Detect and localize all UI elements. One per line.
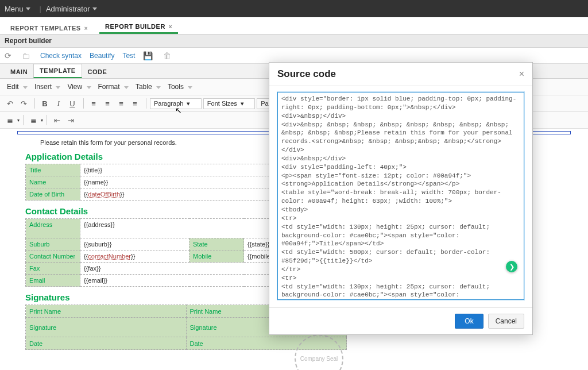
insert-menu[interactable]: Insert	[31, 81, 64, 92]
dialog-title: Source code	[277, 68, 336, 80]
tab-report-templates[interactable]: REPORT TEMPLATES×	[5, 21, 94, 34]
italic-icon[interactable]: I	[52, 98, 65, 109]
tab-code[interactable]: CODE	[82, 65, 113, 78]
indent-icon[interactable]: ⇥	[64, 114, 77, 126]
beautify-button[interactable]: Beautify	[90, 52, 114, 60]
label-contact-number: Contact Number	[26, 250, 80, 263]
tab-template[interactable]: TEMPLATE	[33, 64, 82, 78]
save-icon[interactable]: 💾	[143, 51, 153, 60]
table-menu[interactable]: Table	[132, 81, 164, 92]
source-code-dialog: Source code × Ok Cancel ❯	[269, 62, 533, 335]
label-address: Address	[26, 219, 80, 238]
help-fab-icon[interactable]: ❯	[506, 261, 517, 272]
align-center-icon[interactable]: ≡	[101, 98, 114, 109]
trash-icon[interactable]: 🗑	[163, 51, 171, 60]
label-email: Email	[26, 275, 80, 287]
label-date-1: Date	[26, 337, 187, 350]
label-signature-1: Signature	[26, 318, 187, 337]
module-tabs: REPORT TEMPLATES× REPORT BUILDER×	[0, 17, 588, 34]
format-menu[interactable]: Format	[95, 81, 132, 92]
refresh-icon[interactable]: ⟳	[5, 51, 11, 60]
align-right-icon[interactable]: ≡	[115, 98, 127, 109]
chevron-down-icon	[188, 86, 192, 89]
label-dob: Date of Birth	[26, 188, 80, 201]
menu-dropdown[interactable]: Menu	[5, 5, 30, 13]
label-mobile: Mobile	[189, 250, 244, 263]
chevron-down-icon	[124, 86, 129, 89]
paragraph-select[interactable]: Paragraph ▾	[150, 98, 202, 109]
ok-button[interactable]: Ok	[455, 314, 483, 329]
toolbar-divider	[83, 98, 84, 109]
close-icon[interactable]: ×	[169, 24, 172, 30]
dialog-body	[269, 86, 532, 307]
open-folder-icon[interactable]: 🗀	[22, 51, 30, 60]
chevron-down-icon	[87, 86, 91, 89]
chevron-down-icon	[92, 7, 97, 10]
value-contact-number[interactable]: {{contactNumber}}	[80, 250, 189, 263]
unordered-list-icon[interactable]: ≣	[3, 114, 16, 126]
align-justify-icon[interactable]: ≡	[129, 98, 141, 109]
toolbar-divider	[146, 98, 146, 109]
test-button[interactable]: Test	[122, 52, 135, 60]
source-code-textarea[interactable]	[277, 92, 524, 300]
action-toolbar: ⟳ 🗀 Check syntax Beautify Test 💾 🗑	[0, 48, 588, 64]
chevron-down-icon	[23, 86, 28, 89]
outdent-icon[interactable]: ⇤	[51, 114, 63, 126]
bold-icon[interactable]: B	[38, 98, 51, 109]
user-dropdown[interactable]: Administrator	[46, 5, 97, 13]
label-print-name-1: Print Name	[26, 305, 187, 318]
cancel-button[interactable]: Cancel	[488, 314, 524, 329]
edit-menu[interactable]: Edit	[3, 81, 31, 92]
close-icon[interactable]: ×	[519, 69, 524, 79]
toolbar-divider	[47, 115, 47, 125]
label-title: Title	[26, 164, 80, 176]
chevron-down-icon	[156, 86, 161, 89]
font-sizes-select[interactable]: Font Sizes ▾	[203, 98, 255, 109]
dialog-footer: Ok Cancel	[269, 307, 532, 334]
dialog-header: Source code ×	[269, 63, 532, 86]
main-menubar: Menu | Administrator	[0, 0, 588, 17]
page-title: Report builder	[0, 34, 588, 48]
toolbar-divider	[23, 115, 24, 125]
tools-menu[interactable]: Tools	[164, 81, 196, 92]
redo-icon[interactable]: ↷	[17, 98, 30, 109]
view-menu[interactable]: View	[64, 81, 94, 92]
chevron-down-icon	[26, 7, 30, 10]
label-state: State	[189, 238, 244, 250]
menubar-separator: |	[40, 5, 41, 13]
align-left-icon[interactable]: ≡	[87, 98, 100, 109]
label-fax: Fax	[26, 263, 80, 275]
label-suburb: Suburb	[26, 238, 80, 250]
tab-report-builder[interactable]: REPORT BUILDER×	[99, 20, 178, 34]
check-syntax-button[interactable]: Check syntax	[40, 52, 82, 60]
toolbar-divider	[34, 98, 35, 109]
ordered-list-icon[interactable]: ≣	[27, 114, 40, 126]
underline-icon[interactable]: U	[66, 98, 79, 109]
tab-main[interactable]: MAIN	[5, 65, 33, 78]
chevron-down-icon	[56, 86, 60, 89]
value-suburb[interactable]: {{suburb}}	[80, 238, 189, 250]
label-name: Name	[26, 176, 80, 188]
undo-icon[interactable]: ↶	[3, 98, 16, 109]
close-icon[interactable]: ×	[84, 25, 88, 32]
